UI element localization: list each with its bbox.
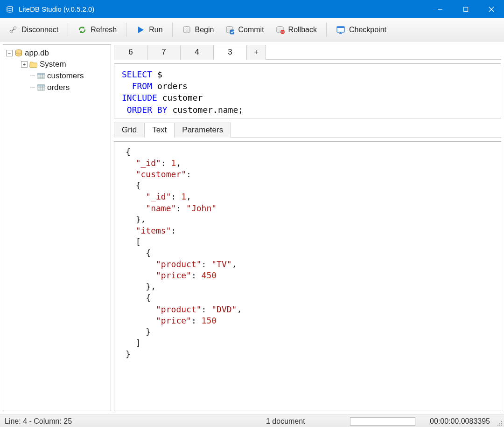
- tree-line: ┈: [30, 83, 35, 92]
- query-tabs: 6 7 4 3 +: [114, 44, 501, 60]
- tree-collection-label: orders: [47, 83, 70, 92]
- tree-collection-orders[interactable]: ┈ orders: [5, 82, 109, 93]
- tree-collection-customers[interactable]: ┈ customers: [5, 70, 109, 82]
- svg-rect-21: [38, 85, 44, 86]
- resize-gripper-icon[interactable]: [496, 420, 503, 426]
- query-tab-active[interactable]: 3: [213, 45, 247, 60]
- kw-order-by: ORDER BY: [127, 105, 168, 115]
- close-button[interactable]: [478, 0, 504, 18]
- app-icon: [6, 5, 14, 14]
- commit-button[interactable]: Commit: [220, 23, 268, 37]
- svg-rect-7: [230, 30, 234, 34]
- rollback-icon: [275, 25, 285, 34]
- checkpoint-button[interactable]: Checkpoint: [331, 23, 391, 37]
- disconnect-button[interactable]: Disconnect: [4, 23, 63, 37]
- table-icon: [37, 72, 45, 80]
- svg-rect-12: [337, 27, 344, 28]
- result-tab-parameters[interactable]: Parameters: [174, 123, 231, 138]
- svg-point-0: [7, 6, 13, 8]
- expand-icon[interactable]: +: [21, 61, 28, 68]
- svg-rect-15: [38, 73, 44, 75]
- refresh-button[interactable]: Refresh: [73, 23, 121, 37]
- checkpoint-label: Checkpoint: [349, 26, 386, 34]
- maximize-button[interactable]: [453, 0, 478, 18]
- order-by-target: customer.name;: [172, 105, 243, 115]
- status-cursor: Line: 4 - Column: 25: [5, 417, 266, 426]
- status-elapsed: 00:00:00.0083395: [415, 417, 499, 426]
- statusbar: Line: 4 - Column: 25 1 document 00:00:00…: [0, 414, 504, 427]
- separator: [68, 23, 68, 37]
- kw-from: FROM: [132, 81, 152, 91]
- separator: [126, 23, 126, 37]
- refresh-icon: [77, 25, 87, 34]
- tree-db-label: app.db: [25, 48, 49, 58]
- commit-icon: [225, 25, 234, 34]
- rollback-button[interactable]: Rollback: [271, 23, 322, 37]
- window-controls: [427, 0, 504, 18]
- result-tab-text[interactable]: Text: [144, 123, 175, 138]
- window-title: LiteDB Studio (v.0.5.2.0): [19, 5, 94, 13]
- include-target: customer: [162, 93, 203, 103]
- query-tab-add[interactable]: +: [246, 45, 266, 60]
- disconnect-label: Disconnect: [21, 26, 58, 34]
- disconnect-icon: [8, 25, 18, 34]
- tree-collection-label: customers: [47, 71, 84, 81]
- kw-include: INCLUDE: [122, 93, 157, 103]
- minimize-button[interactable]: [427, 0, 453, 18]
- begin-label: Begin: [195, 26, 214, 34]
- collapse-icon[interactable]: −: [6, 50, 13, 56]
- begin-icon: [182, 25, 191, 34]
- main-panel: 6 7 4 3 + SELECT $ FROM orders INCLUDE c…: [114, 44, 501, 411]
- select-target: $: [157, 69, 162, 79]
- tree-line: ┈: [30, 71, 35, 81]
- tree-system-node[interactable]: + System: [5, 59, 109, 70]
- kw-select: SELECT: [122, 69, 152, 79]
- folder-icon: [29, 60, 38, 69]
- svg-rect-2: [463, 7, 468, 11]
- begin-button[interactable]: Begin: [177, 23, 219, 37]
- status-docs: 1 document: [266, 417, 350, 426]
- separator: [172, 23, 173, 37]
- refresh-label: Refresh: [91, 26, 117, 34]
- result-tab-grid[interactable]: Grid: [114, 123, 145, 138]
- result-text[interactable]: { "_id": 1, "customer": { "_id": 1, "nam…: [114, 141, 501, 411]
- result-tabs: Grid Text Parameters: [114, 122, 501, 138]
- tree-db-node[interactable]: − app.db: [5, 48, 109, 59]
- svg-rect-10: [281, 31, 284, 32]
- run-label: Run: [149, 26, 162, 34]
- rollback-label: Rollback: [288, 26, 317, 34]
- run-button[interactable]: Run: [131, 23, 167, 37]
- query-editor[interactable]: SELECT $ FROM orders INCLUDE customer OR…: [114, 63, 501, 118]
- query-tab[interactable]: 6: [114, 45, 147, 60]
- separator: [326, 23, 327, 37]
- table-icon: [37, 83, 45, 92]
- status-progress: [350, 417, 415, 426]
- query-tab[interactable]: 7: [147, 45, 181, 60]
- database-icon: [14, 49, 23, 57]
- query-tab[interactable]: 4: [180, 45, 214, 60]
- tree-system-label: System: [40, 60, 66, 69]
- toolbar: Disconnect Refresh Run Begin Commit Roll…: [0, 18, 504, 41]
- sidebar-tree[interactable]: − app.db + System ┈ customers ┈ orde: [3, 44, 111, 411]
- run-icon: [136, 25, 145, 34]
- commit-label: Commit: [238, 26, 264, 34]
- from-target: orders: [157, 81, 188, 91]
- checkpoint-icon: [336, 25, 345, 34]
- titlebar: LiteDB Studio (v.0.5.2.0): [0, 0, 504, 18]
